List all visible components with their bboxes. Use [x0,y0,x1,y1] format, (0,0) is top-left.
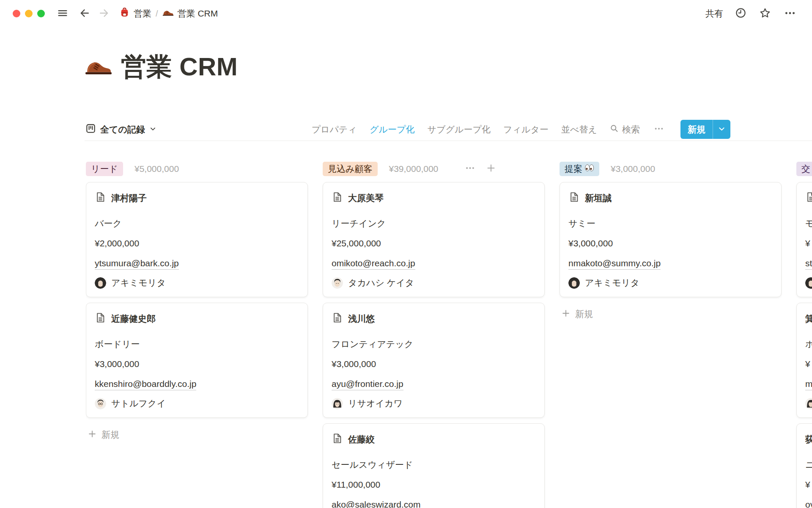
card-amount: ¥2,000,000 [95,238,299,249]
card-company: ホ [805,339,812,350]
view-options-button[interactable] [653,123,665,135]
page-title[interactable]: 営業 CRM [121,50,238,84]
crm-card[interactable]: 佐藤絞 セールスウィザード ¥11,000,000 ako@saleswizar… [323,423,545,508]
sort-button[interactable]: 並べ替え [561,123,597,136]
share-button[interactable]: 共有 [705,8,723,19]
column-add-button[interactable] [485,162,497,175]
avatar [95,398,106,409]
page-header: 営業 CRM [85,50,238,84]
card-amount: ¥3,000,000 [568,238,773,249]
card-email-link[interactable]: ako@saleswizard.com [332,499,420,508]
new-record-dropdown-button[interactable] [713,120,730,139]
breadcrumb-separator: / [156,9,158,19]
card-email-link[interactable]: m [805,378,812,390]
column-header: 提案 ¥3,000,000 [560,161,782,177]
breadcrumb-item-sales-crm[interactable]: 営業 CRM [162,7,218,20]
group-button[interactable]: グループ化 [370,123,414,136]
new-record-button[interactable]: 新規 [680,120,713,139]
page-icon [568,191,580,205]
updates-button[interactable] [733,6,748,22]
properties-button[interactable]: プロパティ [312,123,357,136]
subgroup-button[interactable]: サブグループ化 [428,123,491,136]
status-badge[interactable]: 見込み顧客 [323,162,378,176]
plus-icon [88,429,97,441]
clock-icon [735,7,746,20]
sidebar-toggle-button[interactable] [55,6,70,22]
card-amount: ¥ [805,238,812,249]
crm-card[interactable]: 荻 ニ ¥ ov [796,423,812,508]
favorite-button[interactable] [757,6,773,22]
zoom-window-button[interactable] [37,10,45,17]
add-card-button[interactable]: 新規 [560,307,595,321]
column-header: リード ¥5,000,000 [86,161,308,177]
board-column-prospect: 見込み顧客 ¥39,000,000 [323,161,545,508]
page-icon [332,191,343,205]
status-badge[interactable]: 交 [796,162,812,176]
crm-card[interactable]: 箕 ホ ¥ m [796,303,812,418]
crm-card[interactable]: 浅川悠 フロンティアテック ¥3,000,000 ayu@frontier.co… [323,303,545,418]
chevron-down-icon [149,124,156,135]
search-button[interactable]: 検索 [610,123,640,136]
card-email-link[interactable]: kkenshiro@boarddly.co.jp [95,378,196,390]
card-amount: ¥ [805,479,812,490]
minimize-window-button[interactable] [25,10,33,17]
crm-card[interactable]: 新垣誠 サミー ¥3,000,000 nmakoto@summy.co.jp ア… [560,182,782,297]
page-icon [95,312,106,326]
card-company: フロンティアテック [332,339,536,350]
assignee-name: タカハシ ケイタ [348,277,414,289]
search-icon [610,124,619,135]
card-amount: ¥ [805,359,812,370]
card-company: モ [805,218,812,229]
card-company: ニ [805,459,812,470]
ellipsis-icon [784,7,796,20]
card-email-link[interactable]: ayu@frontier.co.jp [332,378,403,390]
badge-label: 提案 [565,163,582,175]
card-email-link[interactable]: nmakoto@summy.co.jp [568,258,661,270]
crm-card[interactable]: 大原美琴 リーチインク ¥25,000,000 omikoto@reach.co… [323,182,545,297]
column-more-button[interactable] [464,163,477,175]
avatar [332,398,343,409]
page-more-button[interactable] [782,6,798,22]
column-header: 交 [796,161,812,177]
add-card-button[interactable]: 新規 [86,428,121,442]
column-sum: ¥5,000,000 [134,164,179,174]
card-title: 大原美琴 [348,192,384,204]
crm-card[interactable]: 近藤健史郎 ボードリー ¥3,000,000 kkenshiro@boarddl… [86,303,308,418]
avatar [568,277,580,289]
toolbar-menu: プロパティ グループ化 サブグループ化 フィルター 並べ替え 検索 新規 [312,120,730,139]
card-assignee [805,276,812,289]
breadcrumb-item-sales[interactable]: 営業 [119,7,151,20]
card-email-link[interactable]: omikoto@reach.co.jp [332,258,415,270]
card-email-link[interactable]: st [805,258,812,270]
forward-button[interactable] [96,6,112,22]
board-column-proposal: 提案 ¥3,000,000 新垣誠 サミー ¥3,000,000 nmakoto… [560,161,782,508]
shoe-icon[interactable] [85,52,112,82]
card-assignee: リサオイカワ [332,397,536,410]
kanban-board: リード ¥5,000,000 津村陽子 バーク ¥2,000,000 ytsum… [86,161,812,508]
status-badge[interactable]: リード [86,162,123,176]
card-email-link[interactable]: ov [805,499,812,508]
crm-card[interactable]: 津村陽子 バーク ¥2,000,000 ytsumura@bark.co.jp … [86,182,308,297]
avatar [805,277,812,289]
status-badge[interactable]: 提案 [560,162,599,176]
card-company: セールスウィザード [332,459,536,470]
card-company: ボードリー [95,339,299,350]
plus-icon [561,309,571,320]
card-email-link[interactable]: ytsumura@bark.co.jp [95,258,179,270]
card-title: 津村陽子 [111,192,147,204]
card-title: 荻 [805,433,812,445]
column-sum: ¥3,000,000 [611,164,655,174]
filter-button[interactable]: フィルター [503,123,549,136]
card-amount: ¥3,000,000 [95,359,299,370]
card-title: 佐藤絞 [348,433,375,445]
titlebar: 営業 / 営業 CRM 共有 [0,0,812,27]
card-assignee: タカハシ ケイタ [332,276,536,289]
card-assignee: アキミモリタ [568,276,773,289]
close-window-button[interactable] [13,10,20,17]
back-button[interactable] [77,6,92,22]
view-tab-all-records[interactable]: 全ての記録 [85,121,157,138]
avatar [805,398,812,409]
card-assignee: アキミモリタ [95,276,299,289]
card-company: リーチインク [332,218,536,229]
crm-card[interactable]: モ ¥ st [796,182,812,297]
